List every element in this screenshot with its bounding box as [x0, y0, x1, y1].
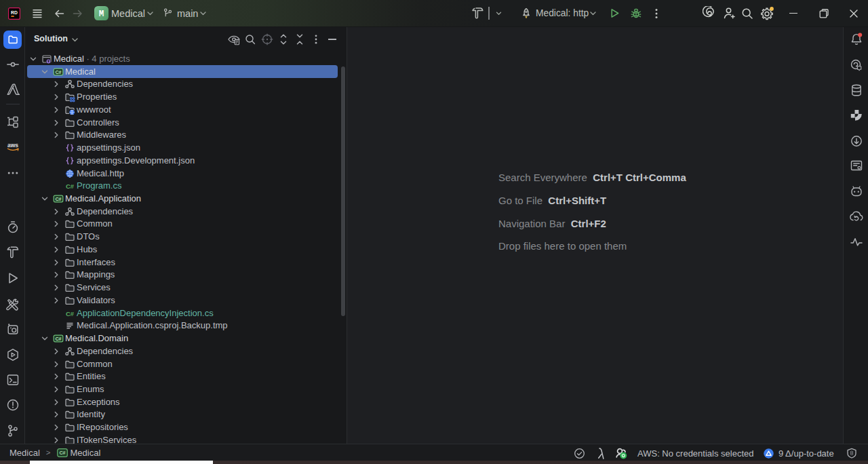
svg-text:RD: RD [11, 10, 18, 15]
svg-text:C#: C# [59, 450, 65, 456]
svg-text:C#: C# [55, 335, 61, 341]
svg-text:C#: C# [55, 195, 61, 201]
svg-text:M: M [99, 9, 104, 19]
svg-text:aws: aws [7, 142, 18, 149]
svg-text:C#: C# [66, 182, 75, 189]
svg-text:C#: C# [55, 69, 61, 75]
svg-text:C#: C# [66, 309, 75, 317]
